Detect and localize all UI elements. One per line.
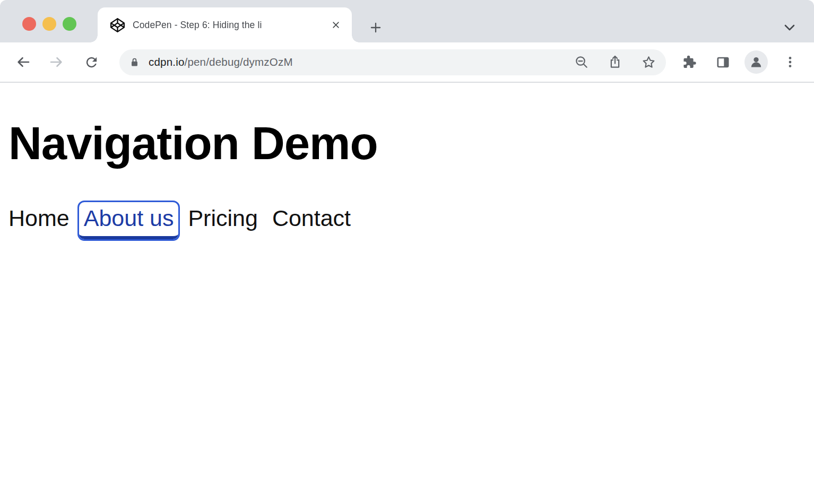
chevron-down-icon [783, 23, 796, 32]
side-panel-icon [715, 55, 731, 70]
page-content: Navigation Demo Home About us Pricing Co… [0, 120, 814, 234]
tab-close-icon[interactable] [327, 16, 344, 33]
browser-window: CodePen - Step 6: Hiding the li cdpn.io/… [0, 0, 814, 504]
plus-icon [369, 21, 383, 34]
bookmark-star-button[interactable] [636, 50, 661, 74]
nav-link-pricing[interactable]: Pricing [188, 205, 257, 231]
nav-link-contact[interactable]: Contact [272, 205, 351, 231]
url-text: cdpn.io/pen/debug/dymzOzM [149, 56, 293, 68]
fullscreen-window-button[interactable] [63, 17, 76, 31]
side-panel-button[interactable] [710, 49, 735, 75]
back-button[interactable] [11, 49, 36, 75]
browser-toolbar: cdpn.io/pen/debug/dymzOzM [0, 42, 814, 83]
tab-bar: CodePen - Step 6: Hiding the li [0, 0, 814, 42]
puzzle-icon [681, 55, 697, 70]
browser-menu-button[interactable] [777, 49, 803, 75]
tab-list-chevron-button[interactable] [780, 21, 799, 34]
nav-link-home[interactable]: Home [8, 205, 70, 231]
arrow-right-icon [48, 54, 64, 70]
reload-button[interactable] [79, 49, 104, 75]
url-path: /pen/debug/dymzOzM [185, 56, 293, 68]
forward-button [44, 49, 69, 75]
share-button[interactable] [603, 50, 627, 74]
codepen-icon [110, 18, 125, 32]
magnifier-minus-icon [574, 55, 589, 69]
minimize-window-button[interactable] [42, 17, 56, 31]
new-tab-button[interactable] [367, 19, 385, 37]
star-icon [641, 55, 656, 70]
arrow-left-icon [15, 54, 31, 70]
tab-title: CodePen - Step 6: Hiding the li [133, 20, 327, 31]
page-title: Navigation Demo [8, 120, 806, 166]
reload-icon [84, 55, 99, 70]
close-window-button[interactable] [22, 17, 36, 31]
lock-icon [128, 56, 141, 68]
browser-tab[interactable]: CodePen - Step 6: Hiding the li [98, 7, 352, 42]
profile-avatar-button[interactable] [744, 50, 768, 74]
zoom-out-button[interactable] [569, 50, 594, 74]
window-controls [22, 17, 76, 31]
nav-link-about-us[interactable]: About us [79, 202, 179, 239]
person-icon [748, 54, 764, 70]
three-dot-menu-icon [783, 55, 797, 69]
main-nav: Home About us Pricing Contact [8, 205, 806, 234]
share-icon [608, 55, 622, 69]
extensions-button[interactable] [676, 49, 702, 75]
url-host: cdpn.io [149, 56, 185, 68]
address-bar[interactable]: cdpn.io/pen/debug/dymzOzM [119, 49, 666, 75]
